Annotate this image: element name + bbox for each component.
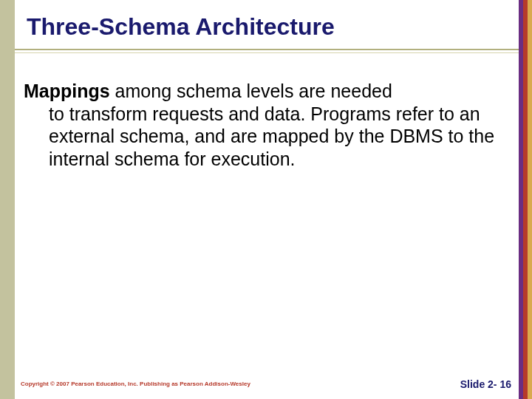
body-lead-word: Mappings <box>24 81 110 101</box>
slide-body: Mappings among schema levels are needed … <box>24 80 505 170</box>
title-underline <box>15 49 519 53</box>
copyright-text: Copyright © 2007 Pearson Education, Inc.… <box>21 381 250 387</box>
slide-number: Slide 2- 16 <box>460 378 511 390</box>
body-line1-rest: among schema levels are needed <box>110 81 392 101</box>
body-rest: to transform requests and data. Programs… <box>24 103 505 171</box>
left-accent-stripe <box>0 0 15 399</box>
right-accent-stripe <box>519 0 532 399</box>
slide-title: Three-Schema Architecture <box>27 13 510 41</box>
right-stripe-gold <box>528 0 532 399</box>
